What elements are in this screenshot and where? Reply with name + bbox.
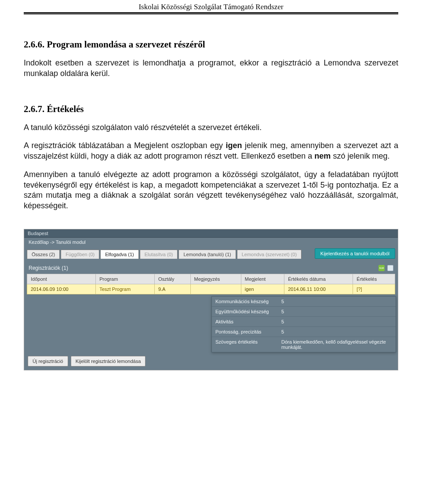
new-registration-button[interactable]: Új regisztráció (28, 356, 68, 366)
cell-program: Teszt Program (96, 284, 155, 294)
col-idopont: Időpont (27, 274, 96, 284)
p2-pre: A regisztrációk táblázatában a Megjelent… (24, 141, 226, 150)
header-rule-thick (24, 12, 398, 14)
tab-osszes[interactable]: Összes (2) (27, 250, 60, 259)
header-rule-thin (24, 14, 398, 15)
ertekeles-link[interactable]: [?] (357, 286, 362, 292)
table-header-row: Időpont Program Osztály Megjegyzés Megje… (27, 274, 395, 284)
location-bar: Budapest (24, 229, 398, 238)
eval-key-3: Pontosság, precizitás (212, 326, 278, 337)
section-267-heading: 2.6.7. Értékelés (24, 104, 398, 115)
eval-val-2: 5 (278, 316, 396, 326)
section-266-heading: 2.6.6. Program lemondása a szervezet rés… (24, 39, 398, 50)
registrations-table: Időpont Program Osztály Megjegyzés Megje… (27, 274, 395, 294)
logout-button[interactable]: Kijelentkezés a tanulói modulból (315, 248, 395, 259)
section-267-paragraph-1: A tanuló közösségi szolgálaton való rész… (24, 123, 398, 133)
tab-fuggoben[interactable]: Függőben (0) (61, 250, 99, 259)
tab-lemondva-szervezet[interactable]: Lemondva (szervezet) (0) (237, 250, 302, 259)
tab-lemondva-tanulo[interactable]: Lemondva (tanuló) (1) (178, 250, 236, 259)
eval-key-4: Szöveges értékelés (212, 337, 278, 352)
col-megjegyzes: Megjegyzés (190, 274, 241, 284)
col-megjelent: Megjelent (241, 274, 284, 284)
tab-row: Összes (2) Függőben (0) Elfogadva (1) El… (24, 247, 398, 261)
program-link[interactable]: Teszt Program (99, 286, 131, 292)
cell-ertekeles: [?] (353, 284, 395, 294)
eval-key-1: Együttműködési készség (212, 306, 278, 316)
eval-val-3: 5 (278, 326, 396, 337)
page-header-title: Iskolai Közösségi Szolgálat Támogató Ren… (0, 0, 422, 12)
p2-b2: nem (314, 152, 331, 160)
export-doc-icon[interactable] (387, 265, 393, 271)
p2-b1: igen (226, 141, 242, 150)
tab-elutasitva[interactable]: Elutasítva (0) (140, 250, 178, 259)
col-program: Program (96, 274, 155, 284)
registrations-panel: Regisztrációk (1) Időpont Program Osztál… (24, 261, 398, 370)
registrations-title: Regisztrációk (1) (29, 265, 68, 271)
eval-key-0: Kommunikációs készség (212, 297, 278, 307)
eval-val-0: 5 (278, 297, 396, 307)
action-button-row: Új regisztráció Kijelölt regisztráció le… (27, 352, 395, 367)
app-screenshot-panel: Budapest Kezdőlap -> Tanulói modul Össze… (24, 229, 398, 370)
p2-post: szó jelenik meg. (331, 152, 389, 160)
evaluation-tooltip: Kommunikációs készség5 Együttműködési ké… (211, 296, 396, 352)
export-xlsx-icon[interactable] (378, 265, 385, 271)
tab-elfogadva[interactable]: Elfogadva (1) (100, 250, 138, 259)
col-ertekeles-datuma: Értékelés dátuma (284, 274, 353, 284)
breadcrumb: Kezdőlap -> Tanulói modul (24, 238, 398, 247)
table-row[interactable]: 2014.06.09 10:00 Teszt Program 9.A igen … (27, 284, 395, 294)
col-ertekeles: Értékelés (353, 274, 395, 284)
cell-megjegyzes (190, 284, 241, 294)
cell-osztaly: 9.A (154, 284, 190, 294)
col-osztaly: Osztály (154, 274, 190, 284)
eval-val-1: 5 (278, 306, 396, 316)
cancel-registration-button[interactable]: Kijelölt regisztráció lemondása (71, 356, 146, 366)
cell-megjelent: igen (241, 284, 284, 294)
cell-idopont: 2014.06.09 10:00 (27, 284, 96, 294)
section-267-paragraph-3: Amennyiben a tanuló elvégezte az adott p… (24, 170, 398, 211)
section-266-paragraph: Indokolt esetben a szervezet is lemondha… (24, 58, 398, 79)
section-267-paragraph-2: A regisztrációk táblázatában a Megjelent… (24, 141, 398, 162)
cell-ertekeles-datuma: 2014.06.11 10:00 (284, 284, 353, 294)
eval-key-2: Aktivitás (212, 316, 278, 326)
eval-val-4: Dóra kiemelkedően, kellő odafigyeléssel … (278, 337, 396, 352)
